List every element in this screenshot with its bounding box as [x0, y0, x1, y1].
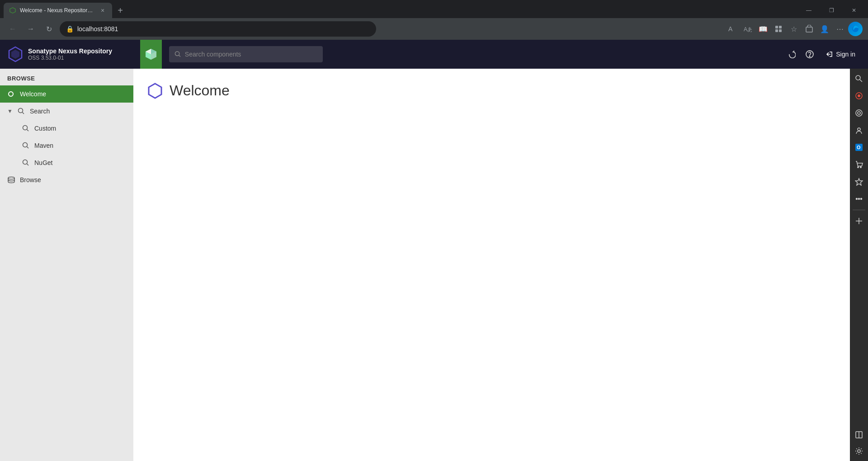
sidebar: Browse Welcome ▼: [0, 69, 133, 461]
tab-close-button[interactable]: ×: [99, 6, 107, 14]
search-expand-arrow: ▼: [7, 108, 13, 114]
edge-search-button[interactable]: [851, 71, 867, 87]
browse-icon: [7, 176, 15, 184]
browser-icon1[interactable]: [771, 22, 786, 36]
edge-add-button[interactable]: [851, 213, 867, 229]
edge-panel: O: [850, 69, 868, 461]
version-label: OSS 3.53.0-01: [28, 55, 112, 61]
read-aloud-button[interactable]: A: [725, 22, 740, 36]
svg-point-38: [860, 167, 861, 168]
sidebar-welcome-label: Welcome: [20, 90, 126, 98]
edge-shopping-button[interactable]: [851, 156, 867, 173]
active-tab[interactable]: Welcome - Nexus Repository Ma ×: [4, 3, 112, 18]
search-components-input[interactable]: [185, 51, 317, 58]
svg-rect-3: [775, 26, 778, 28]
sidebar-custom-label: Custom: [34, 125, 126, 132]
sidebar-item-welcome[interactable]: Welcome: [0, 85, 133, 103]
cube-icon-wrap: [140, 40, 162, 69]
sidebar-maven-label: Maven: [34, 142, 126, 149]
edge-btn4[interactable]: [851, 174, 867, 190]
edge-more-tools-button[interactable]: [851, 191, 867, 207]
translate-button[interactable]: Aあ: [741, 22, 755, 36]
minimize-button[interactable]: —: [798, 4, 819, 17]
more-button[interactable]: ⋯: [833, 22, 847, 36]
address-input-wrap[interactable]: 🔒: [60, 21, 376, 37]
search-bar-wrap: [162, 46, 777, 62]
sidebar-item-nuget[interactable]: NuGet: [7, 154, 133, 171]
svg-point-37: [858, 167, 859, 168]
svg-point-26: [8, 177, 14, 179]
close-button[interactable]: ✕: [844, 4, 864, 17]
edge-panel-divider: [853, 210, 865, 210]
svg-line-21: [27, 130, 29, 132]
new-tab-button[interactable]: +: [114, 4, 127, 17]
svg-line-25: [27, 164, 29, 166]
edge-layout-button[interactable]: [851, 427, 867, 443]
favorites-button[interactable]: ☆: [787, 22, 801, 36]
search-item-icon: [17, 107, 25, 115]
help-button[interactable]: [802, 47, 817, 61]
browser-chrome: Welcome - Nexus Repository Ma × + — ❐ ✕ …: [0, 0, 868, 40]
tab-bar: Welcome - Nexus Repository Ma × + — ❐ ✕: [0, 0, 868, 18]
edge-btn1[interactable]: [851, 88, 867, 104]
back-button[interactable]: ←: [5, 22, 20, 36]
svg-point-24: [23, 160, 28, 165]
svg-point-42: [861, 198, 862, 200]
sidebar-nuget-label: NuGet: [34, 159, 126, 166]
maven-search-icon: [22, 141, 30, 150]
address-bar: ← → ↻ 🔒 A Aあ 📖 ☆ 👤 ⋯: [0, 18, 868, 40]
reload-button[interactable]: ↻: [42, 22, 56, 36]
sidebar-item-custom[interactable]: Custom: [7, 120, 133, 137]
edge-settings-button[interactable]: [851, 443, 867, 459]
svg-point-31: [858, 94, 860, 97]
edge-btn2[interactable]: [851, 105, 867, 121]
sidebar-item-browse[interactable]: Browse: [0, 171, 133, 188]
nexus-logo: [7, 46, 24, 62]
address-input[interactable]: [77, 25, 370, 33]
content-area: Welcome: [133, 69, 850, 461]
sidebar-search-label: Search: [30, 108, 126, 115]
svg-rect-4: [779, 26, 782, 28]
profile-button[interactable]: 👤: [817, 22, 832, 36]
sidebar-browse-label: Browse: [20, 176, 126, 183]
welcome-icon: [7, 90, 15, 98]
svg-marker-0: [10, 8, 15, 13]
refresh-button[interactable]: [784, 47, 799, 61]
svg-marker-39: [855, 179, 863, 185]
welcome-hex-icon: [147, 83, 163, 99]
sign-in-label: Sign in: [836, 51, 855, 58]
svg-line-29: [860, 80, 862, 82]
svg-text:O: O: [857, 145, 861, 150]
sidebar-item-maven[interactable]: Maven: [7, 137, 133, 154]
immersive-reader-button[interactable]: 📖: [756, 22, 770, 36]
collections-button[interactable]: [802, 22, 816, 36]
edge-panel-bottom: [851, 427, 867, 459]
svg-point-20: [23, 126, 28, 130]
edge-profile-button[interactable]: [851, 122, 867, 138]
header-right: Sign in: [777, 47, 868, 61]
app-header: Sonatype Nexus Repository OSS 3.53.0-01: [0, 40, 868, 69]
content-title: Welcome: [147, 82, 836, 99]
svg-marker-27: [149, 84, 161, 98]
svg-point-40: [856, 198, 858, 200]
search-bar[interactable]: [169, 46, 323, 62]
app-container: Sonatype Nexus Repository OSS 3.53.0-01: [0, 40, 868, 461]
svg-marker-9: [11, 50, 19, 59]
svg-point-34: [858, 128, 860, 131]
sign-in-button[interactable]: Sign in: [821, 48, 861, 61]
svg-rect-7: [806, 27, 812, 32]
svg-point-18: [18, 108, 23, 113]
maximize-button[interactable]: ❐: [821, 4, 842, 17]
logo-text: Sonatype Nexus Repository OSS 3.53.0-01: [28, 47, 112, 61]
svg-text:A: A: [728, 25, 733, 33]
forward-button[interactable]: →: [24, 22, 38, 36]
sidebar-item-search[interactable]: ▼ Search: [0, 103, 133, 120]
svg-point-22: [23, 143, 28, 147]
edge-btn3[interactable]: O: [851, 139, 867, 155]
svg-point-17: [809, 56, 810, 57]
browser-toolbar-right: A Aあ 📖 ☆ 👤 ⋯: [725, 22, 863, 36]
svg-text:Aあ: Aあ: [744, 26, 752, 33]
svg-point-47: [858, 450, 860, 452]
svg-point-41: [859, 198, 860, 200]
svg-line-15: [179, 55, 180, 56]
